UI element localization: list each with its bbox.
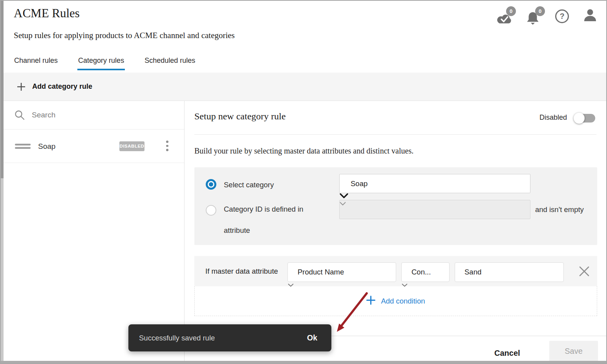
- rule-editor-panel: Setup new category rule Disabled Build y…: [185, 101, 606, 361]
- editor-title: Setup new category rule: [194, 111, 286, 122]
- chevron-down-icon: [340, 193, 348, 199]
- category-dropdown-value: Soap: [340, 174, 530, 193]
- add-condition-button[interactable]: Add condition: [194, 286, 597, 316]
- rule-list-item[interactable]: Soap DISABLED: [4, 130, 184, 163]
- app-window: ACME Rules Setup rules for applying prod…: [0, 0, 607, 364]
- window-bottom-edge: [1, 361, 606, 363]
- plus-icon: [366, 296, 375, 306]
- condition-panel: If master data attribute Product Name Co…: [194, 256, 597, 316]
- disabled-toggle[interactable]: [575, 114, 595, 123]
- add-category-rule-button[interactable]: Add category rule: [4, 73, 606, 101]
- attribute-dropdown-disabled[interactable]: [339, 200, 530, 219]
- tab-scheduled-rules[interactable]: Scheduled rules: [144, 52, 196, 70]
- disabled-toggle-label: Disabled: [539, 113, 567, 122]
- add-category-rule-label: Add category rule: [32, 73, 92, 101]
- page-subtitle: Setup rules for applying products to ACM…: [14, 31, 235, 40]
- rule-name: Soap: [38, 130, 55, 163]
- operator-select[interactable]: Con...: [401, 262, 450, 282]
- toggle-knob: [574, 113, 585, 124]
- help-icon[interactable]: ?: [555, 9, 569, 23]
- condition-prefix-label: If master data attribute: [205, 256, 278, 286]
- tab-category-rules[interactable]: Category rules: [77, 52, 125, 70]
- cancel-button[interactable]: Cancel: [492, 347, 523, 359]
- drag-handle-icon[interactable]: [15, 144, 31, 151]
- category-id-attribute-label: Category ID is defined in attribute: [224, 199, 314, 241]
- notifications-button[interactable]: 0: [525, 6, 545, 27]
- tab-channel-rules[interactable]: Channel rules: [13, 52, 59, 70]
- rule-list-panel: Soap DISABLED: [4, 101, 185, 361]
- editor-description: Build your rule by selecting master data…: [194, 146, 413, 155]
- operator-select-value: Con...: [402, 263, 449, 282]
- toast-ok-button[interactable]: Ok: [307, 324, 317, 351]
- save-button[interactable]: Save: [549, 341, 598, 362]
- chevron-down-icon: [288, 282, 294, 288]
- chevron-down-icon: [340, 200, 346, 207]
- isnt-empty-label: and isn't empty: [535, 200, 584, 219]
- category-dropdown[interactable]: Soap: [339, 174, 530, 193]
- remove-condition-icon[interactable]: [578, 265, 591, 278]
- tab-bar: Channel rules Category rules Scheduled r…: [13, 52, 196, 70]
- add-condition-label: Add condition: [381, 297, 425, 305]
- left-scrollbar[interactable]: [1, 1, 4, 361]
- status-badge: DISABLED: [119, 141, 144, 151]
- page-title: ACME Rules: [14, 6, 80, 20]
- toast-notification: Successfully saved rule Ok: [128, 324, 331, 351]
- radio-category-id-attribute[interactable]: [206, 205, 216, 216]
- notifications-count-badge: 0: [535, 6, 545, 16]
- radio-select-category[interactable]: [206, 179, 216, 190]
- attribute-select-value: Product Name: [288, 263, 396, 282]
- divider: [194, 134, 596, 135]
- toast-message: Successfully saved rule: [139, 324, 215, 351]
- chevron-down-icon: [402, 282, 408, 288]
- search-row: [4, 101, 184, 130]
- tasks-button[interactable]: 0: [495, 6, 516, 27]
- condition-value-input[interactable]: [455, 262, 564, 282]
- profile-button[interactable]: [583, 8, 598, 24]
- search-input[interactable]: [32, 108, 173, 122]
- scrollbar-thumb[interactable]: [1, 1, 4, 178]
- category-selection-panel: Select category Soap Category ID is defi…: [194, 167, 597, 245]
- tasks-count-badge: 0: [506, 6, 516, 16]
- attribute-select[interactable]: Product Name: [287, 262, 396, 282]
- select-category-label: Select category: [224, 181, 274, 189]
- condition-row: If master data attribute Product Name Co…: [194, 256, 597, 286]
- kebab-menu-icon[interactable]: [162, 140, 173, 153]
